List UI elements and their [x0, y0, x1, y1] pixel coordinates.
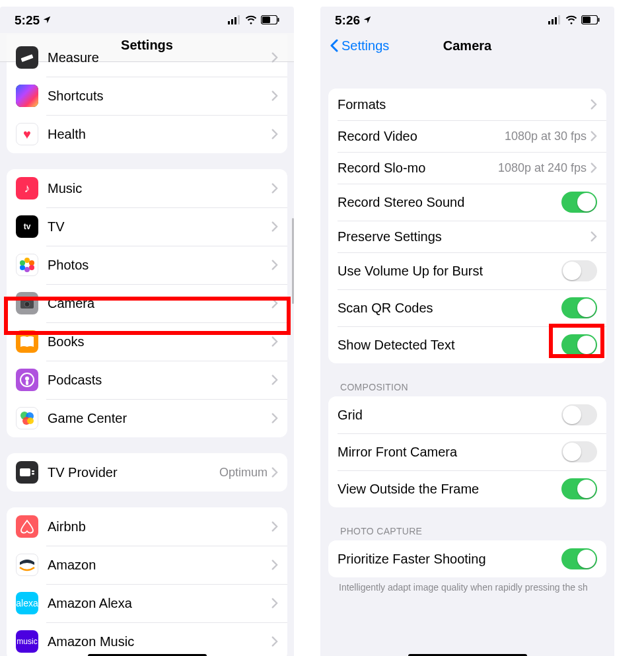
settings-row[interactable]: Measure [7, 38, 287, 77]
settings-row[interactable]: Formats [328, 89, 606, 120]
settings-group: Prioritize Faster Shooting [328, 540, 606, 577]
row-label: Podcasts [48, 373, 271, 388]
toggle-switch[interactable] [561, 260, 597, 281]
settings-row[interactable]: music Amazon Music [7, 622, 287, 656]
chevron-right-icon [590, 99, 597, 110]
row-label: Record Video [338, 129, 505, 144]
back-button[interactable]: Settings [330, 38, 389, 54]
chevron-right-icon [590, 131, 597, 141]
chevron-right-icon [271, 636, 278, 647]
screenshot-camera-settings: 5:26 Settings C [320, 7, 614, 656]
chevron-right-icon [271, 413, 278, 423]
toggle-switch[interactable] [561, 548, 597, 569]
settings-row[interactable]: Record Video 1080p at 30 fps [328, 120, 606, 152]
toggle-switch[interactable] [561, 334, 597, 355]
settings-row[interactable]: TV Provider Optimum [7, 453, 287, 492]
page-title: Camera [443, 38, 491, 54]
chevron-right-icon [271, 467, 278, 478]
settings-row[interactable]: View Outside the Frame [328, 470, 606, 507]
settings-row[interactable]: Show Detected Text [328, 326, 606, 363]
settings-list[interactable]: Measure Shortcuts ♥ Health ♪ Music tv TV… [0, 34, 294, 656]
app-icon [16, 330, 38, 353]
svg-rect-28 [552, 19, 554, 24]
settings-row[interactable]: Shortcuts [7, 77, 287, 115]
toggle-switch[interactable] [561, 478, 597, 499]
scrollbar[interactable] [292, 218, 294, 304]
row-label: Record Slo-mo [338, 161, 498, 176]
svg-rect-26 [32, 473, 34, 475]
location-icon [363, 13, 372, 28]
chevron-right-icon [271, 560, 278, 570]
row-label: Use Volume Up for Burst [338, 264, 561, 279]
cellular-icon [548, 13, 561, 28]
svg-point-13 [20, 260, 25, 266]
settings-row[interactable]: Preserve Settings [328, 221, 606, 252]
camera-settings-list[interactable]: Formats Record Video 1080p at 30 fps Rec… [320, 89, 614, 600]
toggle-switch[interactable] [561, 192, 597, 213]
chevron-right-icon [271, 375, 278, 385]
settings-row[interactable]: Record Stereo Sound [328, 184, 606, 221]
settings-group: Grid Mirror Front Camera View Outside th… [328, 396, 606, 507]
svg-rect-27 [548, 21, 550, 24]
settings-row[interactable]: Mirror Front Camera [328, 433, 606, 470]
settings-row[interactable]: Record Slo-mo 1080p at 240 fps [328, 152, 606, 184]
back-label: Settings [341, 38, 389, 54]
svg-rect-7 [21, 54, 34, 62]
settings-row[interactable]: ♥ Health [7, 115, 287, 153]
battery-icon [261, 13, 279, 28]
app-icon [16, 46, 38, 69]
svg-point-10 [29, 265, 34, 270]
app-icon [16, 515, 38, 538]
app-icon: ♪ [16, 177, 38, 200]
settings-row[interactable]: Photos [7, 246, 287, 284]
row-label: Music [48, 181, 271, 196]
settings-row[interactable]: Prioritize Faster Shooting [328, 540, 606, 577]
row-label: Amazon Music [48, 634, 271, 649]
svg-rect-30 [558, 15, 560, 24]
row-label: TV Provider [48, 465, 219, 480]
settings-row[interactable]: Game Center [7, 399, 287, 437]
toggle-switch[interactable] [561, 297, 597, 318]
row-label: Photos [48, 258, 271, 273]
toggle-switch[interactable] [561, 404, 597, 425]
battery-icon [581, 13, 600, 28]
row-value: Optimum [219, 466, 268, 480]
settings-row[interactable]: ♪ Music [7, 169, 287, 207]
row-label: Grid [338, 408, 561, 423]
svg-point-16 [24, 302, 30, 307]
svg-rect-29 [555, 17, 557, 24]
row-label: Camera [48, 296, 271, 311]
row-label: Record Stereo Sound [338, 195, 561, 210]
settings-row[interactable]: Books [7, 322, 287, 361]
app-icon [16, 254, 38, 276]
footer-note: Intelligently adapt image quality when r… [328, 577, 606, 593]
settings-row[interactable]: Airbnb [7, 507, 287, 546]
settings-group: Measure Shortcuts ♥ Health [7, 34, 287, 153]
svg-point-23 [27, 418, 34, 424]
row-label: Prioritize Faster Shooting [338, 552, 561, 567]
svg-rect-6 [278, 18, 279, 22]
row-label: View Outside the Frame [338, 482, 561, 497]
screenshot-settings-root: 5:25 Settings [0, 7, 294, 656]
settings-row[interactable]: Scan QR Codes [328, 289, 606, 326]
settings-row[interactable]: Podcasts [7, 361, 287, 399]
settings-group: TV Provider Optimum [7, 453, 287, 492]
row-label: Scan QR Codes [338, 301, 561, 316]
row-label: TV [48, 219, 271, 235]
row-label: Show Detected Text [338, 338, 561, 353]
svg-point-8 [24, 258, 30, 263]
chevron-right-icon [271, 336, 278, 347]
settings-row[interactable]: Amazon [7, 546, 287, 584]
settings-row[interactable]: Camera [7, 284, 287, 322]
toggle-switch[interactable] [561, 441, 597, 462]
app-icon [16, 407, 38, 429]
settings-row[interactable]: tv TV [7, 207, 287, 246]
svg-point-9 [29, 260, 34, 266]
location-icon [42, 13, 52, 28]
settings-row[interactable]: Use Volume Up for Burst [328, 252, 606, 289]
settings-row[interactable]: alexa Amazon Alexa [7, 584, 287, 622]
chevron-right-icon [271, 521, 278, 532]
app-icon: tv [16, 215, 38, 238]
app-icon [16, 554, 38, 576]
settings-row[interactable]: Grid [328, 396, 606, 433]
